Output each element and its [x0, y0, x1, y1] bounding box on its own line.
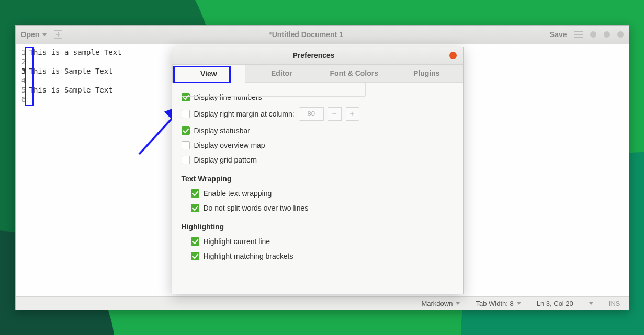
preferences-dialog: Preferences View Editor Font & Colors Pl… [172, 47, 464, 294]
tab-editor[interactable]: Editor [245, 65, 318, 82]
status-tab-width[interactable]: Tab Width: 8 [476, 299, 521, 307]
preferences-body: Display line numbers Display right margi… [172, 83, 463, 294]
right-margin-increment[interactable]: + [346, 107, 359, 121]
label-no-split-words: Do not split words over two lines [204, 204, 309, 212]
preferences-title: Preferences [178, 51, 449, 60]
status-language[interactable]: Markdown [421, 299, 460, 307]
open-button[interactable]: Open [21, 30, 47, 39]
checkbox-grid-pattern[interactable] [182, 156, 190, 164]
status-cursor-position: Ln 3, Col 20 [537, 299, 573, 307]
annotation-view-tab-box [173, 66, 231, 83]
titlebar: Open *Untitled Document 1 Save [16, 26, 629, 44]
section-text-wrapping: Text Wrapping [182, 175, 454, 183]
label-right-margin: Display right margin at column: [194, 110, 295, 118]
section-highlighting: Highlighting [182, 223, 454, 231]
preferences-titlebar: Preferences [172, 47, 463, 65]
new-tab-icon[interactable] [54, 30, 62, 39]
checkbox-highlight-brackets[interactable] [191, 252, 199, 260]
checkbox-highlight-line[interactable] [191, 237, 199, 246]
label-text-wrapping: Enable text wrapping [204, 189, 272, 198]
label-overview-map: Display overview map [194, 141, 265, 149]
checkbox-overview-map[interactable] [182, 141, 190, 149]
document-title: *Untitled Document 1 [62, 30, 550, 39]
label-line-numbers: Display line numbers [194, 93, 262, 101]
checkbox-no-split-words[interactable] [191, 204, 199, 212]
chevron-down-icon [42, 33, 47, 36]
status-insert-mode: INS [609, 299, 620, 307]
checkbox-statusbar[interactable] [182, 126, 190, 135]
label-highlight-brackets: Highlight matching brackets [204, 252, 293, 260]
label-grid-pattern: Display grid pattern [194, 156, 257, 164]
checkbox-right-margin[interactable] [182, 110, 190, 118]
right-margin-decrement[interactable]: − [328, 107, 342, 121]
tab-fonts[interactable]: Font & Colors [318, 65, 391, 82]
label-highlight-line: Highlight current line [204, 237, 270, 246]
chevron-down-icon[interactable] [589, 302, 593, 305]
editor-window: Open *Untitled Document 1 Save 123456 Th… [15, 25, 629, 310]
save-button[interactable]: Save [550, 30, 567, 39]
hamburger-menu-icon[interactable] [574, 31, 583, 38]
checkbox-text-wrapping[interactable] [191, 189, 199, 198]
label-statusbar: Display statusbar [194, 126, 250, 135]
window-close-button[interactable] [617, 31, 624, 38]
close-icon[interactable] [449, 52, 457, 59]
checkbox-line-numbers[interactable] [182, 93, 190, 101]
tab-plugins[interactable]: Plugins [390, 65, 463, 82]
chevron-down-icon [517, 302, 521, 305]
statusbar: Markdown Tab Width: 8 Ln 3, Col 20 INS [16, 296, 629, 310]
right-margin-input[interactable] [299, 107, 324, 121]
chevron-down-icon [456, 302, 460, 305]
open-label: Open [21, 30, 40, 39]
window-minimize-button[interactable] [590, 31, 596, 38]
window-maximize-button[interactable] [604, 31, 610, 38]
annotation-gutter-box [25, 47, 34, 106]
